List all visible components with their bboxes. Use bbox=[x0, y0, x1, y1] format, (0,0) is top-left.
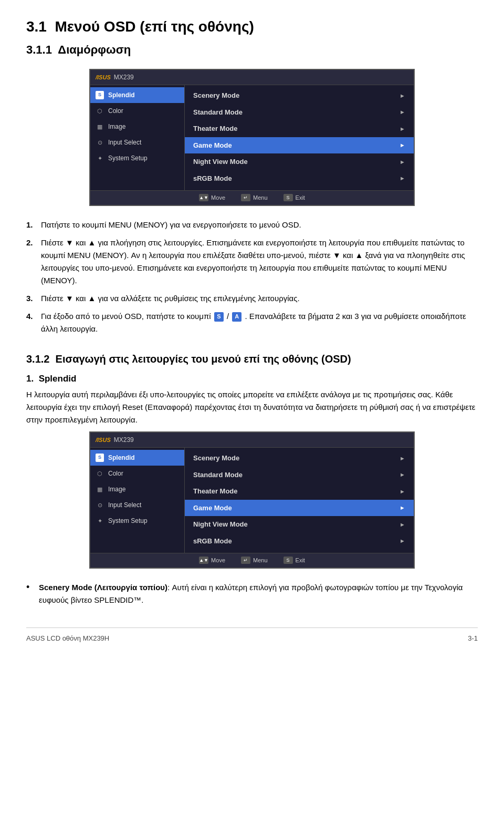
step-1-number: 1. bbox=[26, 219, 37, 231]
menu-icon-1: ↵ bbox=[241, 194, 250, 201]
osd-title-bar-2: /ISUS MX239 bbox=[90, 433, 414, 448]
osd-body-1: S Splendid ⬡ Color ▦ Image ⊙ Input Selec… bbox=[90, 85, 414, 190]
osd-theater-1: Theater Mode► bbox=[185, 120, 414, 137]
page-footer: ASUS LCD οθόνη MX239H 3-1 bbox=[26, 627, 478, 644]
exit-icon-1: S bbox=[284, 194, 293, 201]
system-icon-2: ✦ bbox=[96, 517, 104, 525]
osd-left-color-1: ⬡ Color bbox=[90, 103, 184, 119]
footer-exit-1: S Exit bbox=[284, 193, 305, 202]
osd-left-image-2: ▦ Image bbox=[90, 481, 184, 497]
osd-brand-1: /ISUS bbox=[96, 73, 111, 82]
subsection-title: 3.1.1 Διαμόρφωση bbox=[26, 41, 478, 58]
subsection-number: 3.1.1 bbox=[26, 43, 52, 56]
osd-model-2: MX239 bbox=[114, 435, 134, 445]
exit-icon-2: S bbox=[284, 557, 293, 564]
osd-body-2: S Splendid ⬡ Color ▦ Image ⊙ Input Selec… bbox=[90, 448, 414, 553]
color-icon-2: ⬡ bbox=[96, 469, 104, 478]
splendid-intro: Η λειτουργία αυτή περιλαμβάνει έξι υπο-λ… bbox=[26, 388, 478, 426]
step-1: 1. Πατήστε το κουμπί MENU (ΜΕΝΟΥ) για να… bbox=[26, 219, 478, 231]
step-4-badge-s: S bbox=[214, 312, 224, 322]
osd-standard-1: Standard Mode► bbox=[185, 104, 414, 121]
osd-left-splendid-2: S Splendid bbox=[90, 450, 184, 466]
section-312-title: 3.1.2 Εισαγωγή στις λειτουργίες του μενο… bbox=[26, 351, 478, 367]
step-2: 2. Πιέστε ▼ και ▲ για πλοήγηση στις λειτ… bbox=[26, 236, 478, 287]
step-2-number: 2. bbox=[26, 236, 37, 287]
step-3: 3. Πιέστε ▼ και ▲ για να αλλάξετε τις ρυ… bbox=[26, 292, 478, 305]
step-4-badge-a: A bbox=[232, 312, 242, 322]
system-icon-1: ✦ bbox=[96, 154, 104, 162]
osd-left-panel-2: S Splendid ⬡ Color ▦ Image ⊙ Input Selec… bbox=[90, 448, 185, 553]
section-title: 3.1 Μενού OSD (επί της οθόνης) bbox=[26, 16, 478, 38]
osd-game-1: Game Mode► bbox=[185, 137, 414, 154]
osd-left-splendid-1: S Splendid bbox=[90, 87, 184, 103]
osd-footer-2: ▲▼ Move ↵ Menu S Exit bbox=[90, 553, 414, 568]
color-icon-1: ⬡ bbox=[96, 107, 104, 115]
osd-srgb-1: sRGB Mode► bbox=[185, 170, 414, 187]
bullet-scenery-text: Scenery Mode (Λειτουργία τοπίου): Αυτή ε… bbox=[39, 581, 478, 606]
footer-menu-1: ↵ Menu bbox=[241, 193, 268, 202]
footer-menu-2: ↵ Menu bbox=[241, 556, 268, 565]
step-4-slash: / bbox=[227, 312, 231, 321]
footer-right: 3-1 bbox=[468, 633, 478, 644]
splendid-number: 1. Splendid bbox=[26, 372, 478, 386]
osd-title-bar-1: /ISUS MX239 bbox=[90, 70, 414, 85]
osd-model-1: MX239 bbox=[114, 73, 134, 82]
menu-icon-2: ↵ bbox=[241, 557, 250, 564]
osd-nightview-1: Night View Mode► bbox=[185, 153, 414, 170]
osd-theater-2: Theater Mode► bbox=[185, 483, 414, 500]
move-icon-2: ▲▼ bbox=[199, 557, 208, 564]
osd-scenery-2: Scenery Mode► bbox=[185, 450, 414, 467]
osd-left-panel-1: S Splendid ⬡ Color ▦ Image ⊙ Input Selec… bbox=[90, 85, 185, 190]
osd-scenery-1: Scenery Mode► bbox=[185, 87, 414, 104]
subsection-heading: Διαμόρφωση bbox=[58, 43, 131, 56]
step-4-text-before: Για έξοδο από το μενού OSD, πατήστε το κ… bbox=[41, 312, 211, 321]
bullet-dot: • bbox=[26, 581, 35, 606]
osd-footer-1: ▲▼ Move ↵ Menu S Exit bbox=[90, 190, 414, 205]
step-4: 4. Για έξοδο από το μενού OSD, πατήστε τ… bbox=[26, 310, 478, 335]
footer-move-1: ▲▼ Move bbox=[199, 193, 225, 202]
splendid-icon-1: S bbox=[96, 91, 104, 99]
step-3-text: Πιέστε ▼ και ▲ για να αλλάξετε τις ρυθμί… bbox=[41, 292, 300, 305]
image-icon-1: ▦ bbox=[96, 122, 104, 131]
footer-move-2: ▲▼ Move bbox=[199, 556, 225, 565]
section-312: 3.1.2 Εισαγωγή στις λειτουργίες του μενο… bbox=[26, 351, 478, 427]
input-icon-1: ⊙ bbox=[96, 138, 104, 147]
section-312-number: 3.1.2 bbox=[26, 353, 49, 365]
osd-game-2: Game Mode► bbox=[185, 500, 414, 517]
image-icon-2: ▦ bbox=[96, 485, 104, 493]
osd-right-panel-1: Scenery Mode► Standard Mode► Theater Mod… bbox=[185, 85, 414, 190]
section-312-heading: Εισαγωγή στις λειτουργίες του μενού επί … bbox=[56, 353, 351, 365]
osd-right-panel-2: Scenery Mode► Standard Mode► Theater Mod… bbox=[185, 448, 414, 553]
section-number: 3.1 bbox=[26, 18, 47, 35]
osd-left-system-2: ✦ System Setup bbox=[90, 513, 184, 529]
bullet-scenery-label: Scenery Mode (Λειτουργία τοπίου) bbox=[39, 583, 167, 592]
osd-widget-2: /ISUS MX239 S Splendid ⬡ Color ▦ Image ⊙… bbox=[89, 431, 415, 569]
step-2-text: Πιέστε ▼ και ▲ για πλοήγηση στις λειτουρ… bbox=[41, 236, 478, 287]
osd-left-image-1: ▦ Image bbox=[90, 119, 184, 135]
osd-left-input-2: ⊙ Input Select bbox=[90, 497, 184, 513]
osd-nightview-2: Night View Mode► bbox=[185, 516, 414, 533]
page-header: 3.1 Μενού OSD (επί της οθόνης) 3.1.1 Δια… bbox=[26, 16, 478, 58]
osd-brand-2: /ISUS bbox=[96, 436, 111, 445]
osd-standard-2: Standard Mode► bbox=[185, 467, 414, 483]
footer-left: ASUS LCD οθόνη MX239H bbox=[26, 633, 109, 644]
osd-left-color-2: ⬡ Color bbox=[90, 466, 184, 481]
osd-srgb-2: sRGB Mode► bbox=[185, 533, 414, 550]
move-icon-1: ▲▼ bbox=[199, 194, 208, 201]
step-3-number: 3. bbox=[26, 292, 37, 305]
bullet-scenery: • Scenery Mode (Λειτουργία τοπίου): Αυτή… bbox=[26, 581, 478, 606]
footer-exit-2: S Exit bbox=[284, 556, 305, 565]
osd-left-system-1: ✦ System Setup bbox=[90, 150, 184, 166]
section-heading: Μενού OSD (επί της οθόνης) bbox=[55, 18, 254, 35]
step-4-number: 4. bbox=[26, 310, 37, 335]
input-icon-2: ⊙ bbox=[96, 501, 104, 509]
step-4-content: Για έξοδο από το μενού OSD, πατήστε το κ… bbox=[41, 310, 478, 335]
osd-widget-1: /ISUS MX239 S Splendid ⬡ Color ▦ Image ⊙… bbox=[89, 69, 415, 206]
step-1-text: Πατήστε το κουμπί MENU (ΜΕΝΟΥ) για να εν… bbox=[41, 219, 301, 231]
splendid-icon-2: S bbox=[96, 454, 104, 462]
osd-left-input-1: ⊙ Input Select bbox=[90, 135, 184, 150]
